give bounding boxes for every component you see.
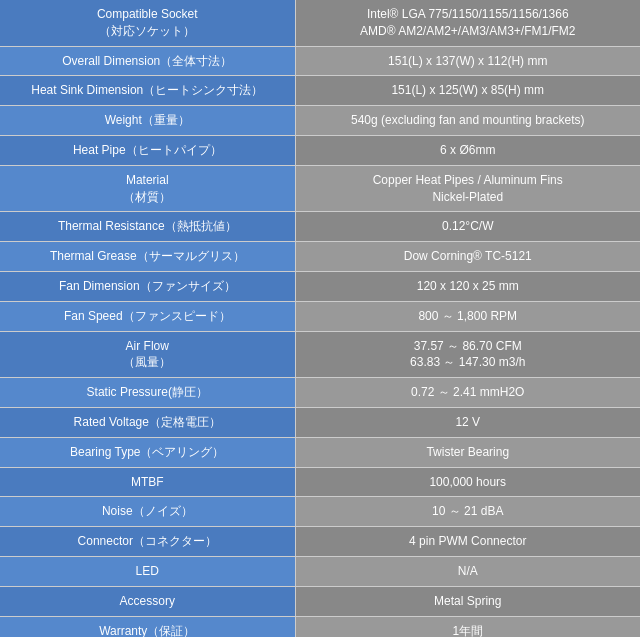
spec-label: Thermal Grease（サーマルグリス）	[0, 242, 295, 272]
spec-value: 37.57 ～ 86.70 CFM63.83 ～ 147.30 m3/h	[295, 331, 640, 378]
spec-value: 0.12°C/W	[295, 212, 640, 242]
spec-label: Overall Dimension（全体寸法）	[0, 46, 295, 76]
spec-value: 120 x 120 x 25 mm	[295, 271, 640, 301]
spec-label: Noise（ノイズ）	[0, 497, 295, 527]
spec-label: Connector（コネクター）	[0, 527, 295, 557]
spec-table: Compatible Socket（対応ソケット）Intel® LGA 775/…	[0, 0, 640, 637]
table-row: AccessoryMetal Spring	[0, 586, 640, 616]
table-row: Air Flow（風量）37.57 ～ 86.70 CFM63.83 ～ 147…	[0, 331, 640, 378]
spec-label: MTBF	[0, 467, 295, 497]
spec-value: 800 ～ 1,800 RPM	[295, 301, 640, 331]
spec-label: Fan Dimension（ファンサイズ）	[0, 271, 295, 301]
spec-value: N/A	[295, 556, 640, 586]
table-row: Rated Voltage（定格電圧）12 V	[0, 407, 640, 437]
spec-value: 0.72 ～ 2.41 mmH2O	[295, 378, 640, 408]
spec-value: 151(L) x 125(W) x 85(H) mm	[295, 76, 640, 106]
spec-value: Twister Bearing	[295, 437, 640, 467]
spec-value: 100,000 hours	[295, 467, 640, 497]
spec-label: Weight（重量）	[0, 106, 295, 136]
table-row: Fan Speed（ファンスピード）800 ～ 1,800 RPM	[0, 301, 640, 331]
spec-value: 540g (excluding fan and mounting bracket…	[295, 106, 640, 136]
spec-label: Air Flow（風量）	[0, 331, 295, 378]
table-row: LEDN/A	[0, 556, 640, 586]
table-row: Bearing Type（ベアリング）Twister Bearing	[0, 437, 640, 467]
table-row: Overall Dimension（全体寸法）151(L) x 137(W) x…	[0, 46, 640, 76]
spec-label: Heat Pipe（ヒートパイプ）	[0, 135, 295, 165]
spec-value: Dow Corning® TC-5121	[295, 242, 640, 272]
table-row: Noise（ノイズ）10 ～ 21 dBA	[0, 497, 640, 527]
table-row: Material（材質）Copper Heat Pipes / Aluminum…	[0, 165, 640, 212]
table-row: Thermal Resistance（熱抵抗値）0.12°C/W	[0, 212, 640, 242]
table-row: Warranty（保証）1年間	[0, 616, 640, 637]
spec-value: Copper Heat Pipes / Aluminum FinsNickel-…	[295, 165, 640, 212]
table-row: MTBF100,000 hours	[0, 467, 640, 497]
table-row: Compatible Socket（対応ソケット）Intel® LGA 775/…	[0, 0, 640, 46]
table-row: Connector（コネクター）4 pin PWM Connector	[0, 527, 640, 557]
table-row: Static Pressure(静圧）0.72 ～ 2.41 mmH2O	[0, 378, 640, 408]
spec-value: 12 V	[295, 407, 640, 437]
spec-label: Static Pressure(静圧）	[0, 378, 295, 408]
spec-label: Material（材質）	[0, 165, 295, 212]
spec-label: Heat Sink Dimension（ヒートシンク寸法）	[0, 76, 295, 106]
table-row: Weight（重量）540g (excluding fan and mounti…	[0, 106, 640, 136]
table-row: Fan Dimension（ファンサイズ）120 x 120 x 25 mm	[0, 271, 640, 301]
spec-label: Warranty（保証）	[0, 616, 295, 637]
spec-value: Intel® LGA 775/1150/1155/1156/1366AMD® A…	[295, 0, 640, 46]
spec-value: Metal Spring	[295, 586, 640, 616]
spec-label: Bearing Type（ベアリング）	[0, 437, 295, 467]
spec-label: LED	[0, 556, 295, 586]
spec-label: Rated Voltage（定格電圧）	[0, 407, 295, 437]
spec-label: Compatible Socket（対応ソケット）	[0, 0, 295, 46]
spec-value: 6 x Ø6mm	[295, 135, 640, 165]
table-row: Thermal Grease（サーマルグリス）Dow Corning® TC-5…	[0, 242, 640, 272]
spec-value: 4 pin PWM Connector	[295, 527, 640, 557]
spec-value: 1年間	[295, 616, 640, 637]
spec-label: Accessory	[0, 586, 295, 616]
table-row: Heat Pipe（ヒートパイプ）6 x Ø6mm	[0, 135, 640, 165]
table-row: Heat Sink Dimension（ヒートシンク寸法）151(L) x 12…	[0, 76, 640, 106]
spec-label: Thermal Resistance（熱抵抗値）	[0, 212, 295, 242]
spec-value: 151(L) x 137(W) x 112(H) mm	[295, 46, 640, 76]
spec-label: Fan Speed（ファンスピード）	[0, 301, 295, 331]
spec-value: 10 ～ 21 dBA	[295, 497, 640, 527]
